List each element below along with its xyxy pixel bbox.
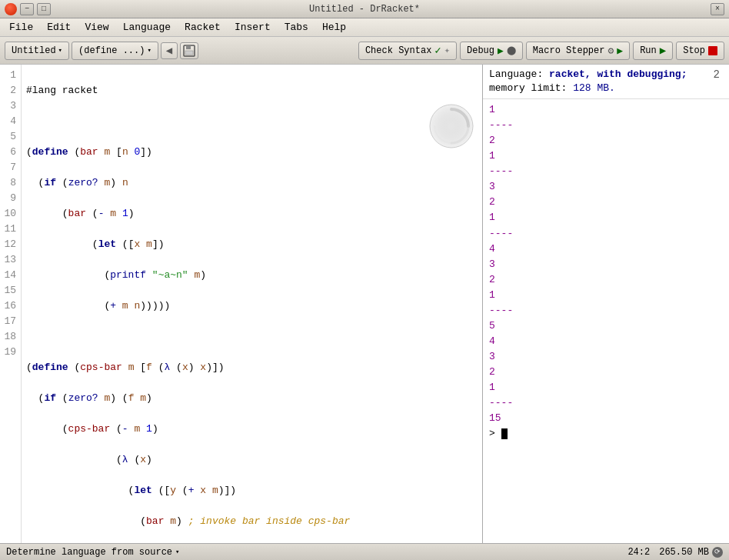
line-number: 11	[3, 222, 16, 237]
check-icon: ✓	[434, 44, 441, 57]
code-line-8: (+ m n)))))	[26, 298, 478, 314]
code-line-9	[26, 329, 478, 345]
output-line: 2	[489, 133, 723, 148]
editor-pane: 1 2 3 4 5 6 7 8 9 10 11 12 13 14 15 16 1…	[0, 65, 483, 543]
language-status-label: Determine language from source	[6, 547, 172, 558]
title-bar: − □ Untitled - DrRacket* ×	[0, 0, 729, 18]
output-line: 4	[489, 242, 723, 257]
menu-view[interactable]: View	[78, 20, 115, 35]
back-button[interactable]: ◀	[161, 42, 178, 59]
output-line: 3	[489, 179, 723, 195]
run-label: Run	[640, 45, 657, 56]
save-button[interactable]	[180, 42, 198, 59]
output-line: 4	[489, 334, 723, 349]
stop-label: Stop	[683, 45, 705, 56]
line-number: 2	[3, 83, 16, 98]
menu-help[interactable]: Help	[316, 20, 352, 35]
output-line: 1	[489, 380, 723, 395]
code-line-15: (bar m) ; invoke bar inside cps-bar	[26, 514, 478, 529]
minimize-output-button[interactable]: 2	[711, 68, 723, 83]
define-dropdown[interactable]: (define ...) ▾	[72, 42, 158, 60]
line-number: 16	[3, 298, 16, 314]
output-line: ----	[489, 226, 723, 242]
language-selector[interactable]: Determine language from source ▾	[6, 547, 179, 558]
status-bar-left: Determine language from source ▾	[6, 547, 621, 558]
line-number: 10	[3, 206, 16, 222]
line-number: 15	[3, 283, 16, 298]
define-label: (define ...)	[78, 45, 145, 56]
menu-file[interactable]: File	[3, 20, 39, 35]
menu-racket[interactable]: Racket	[178, 20, 227, 35]
line-number: 14	[3, 268, 16, 283]
stop-button[interactable]: Stop	[676, 42, 724, 60]
debug-play-icon: ▶	[498, 45, 504, 57]
menu-insert[interactable]: Insert	[228, 20, 277, 35]
chevron-down-icon: ▾	[147, 46, 151, 55]
gear-icon: ⚙	[608, 45, 614, 57]
line-number: 9	[3, 191, 16, 206]
main-content: 1 2 3 4 5 6 7 8 9 10 11 12 13 14 15 16 1…	[0, 65, 729, 543]
output-line: 1	[489, 210, 723, 225]
code-editor[interactable]: #lang racket (define (bar m [n 0]) (if (…	[22, 65, 482, 543]
code-line-5: (bar (- m 1)	[26, 206, 478, 222]
output-line: ----	[489, 164, 723, 179]
line-number: 12	[3, 237, 16, 252]
language-label: Language:	[489, 68, 543, 80]
menu-tabs[interactable]: Tabs	[278, 20, 315, 35]
macro-stepper-label: Macro Stepper	[533, 45, 605, 56]
check-syntax-button[interactable]: Check Syntax ✓ ✦	[358, 42, 457, 60]
output-content[interactable]: 1 ---- 2 1 ---- 3 2 1 ---- 4 3 2 1 ---- …	[483, 99, 729, 543]
gc-button[interactable]: ⟳	[712, 547, 723, 558]
untitled-dropdown[interactable]: Untitled ▾	[5, 42, 69, 60]
line-number: 8	[3, 175, 16, 191]
title-bar-controls: ×	[711, 3, 724, 15]
menu-language[interactable]: Language	[117, 20, 177, 35]
code-line-14: (let ([y (+ x m)])	[26, 483, 478, 498]
output-line: 1	[489, 288, 723, 303]
line-number: 1	[3, 68, 16, 83]
output-line: 2	[489, 272, 723, 288]
line-number: 6	[3, 145, 16, 160]
toolbar-right-group: Check Syntax ✓ ✦ Debug ▶ ⬤ Macro Stepper…	[358, 42, 724, 60]
toolbar-file-group: Untitled ▾ (define ...) ▾ ◀	[5, 42, 198, 60]
window-maximize-button[interactable]: □	[37, 3, 51, 15]
debug-label: Debug	[467, 45, 494, 56]
memory-indicator: 265.50 MB ⟳	[659, 547, 723, 558]
macro-play-icon: ▶	[617, 45, 623, 57]
code-line-7: (printf "~a~n" m)	[26, 268, 478, 283]
untitled-label: Untitled	[12, 45, 56, 56]
status-bar: Determine language from source ▾ 24:2 26…	[0, 543, 729, 560]
svg-rect-1	[186, 45, 191, 49]
output-line: ----	[489, 395, 723, 411]
output-line: 3	[489, 349, 723, 365]
language-value: racket, with debugging;	[549, 68, 687, 80]
run-button[interactable]: Run ▶	[633, 42, 673, 60]
memory-label: memory limit:	[489, 82, 567, 94]
toolbar: Untitled ▾ (define ...) ▾ ◀ Check Syntax…	[0, 37, 729, 65]
line-number: 19	[3, 345, 16, 360]
save-icon	[182, 44, 196, 58]
window-minimize-button[interactable]: −	[20, 3, 34, 15]
output-prompt: >	[489, 426, 723, 442]
output-line: ----	[489, 303, 723, 318]
output-header: Language: racket, with debugging; memory…	[483, 65, 729, 99]
line-numbers: 1 2 3 4 5 6 7 8 9 10 11 12 13 14 15 16 1…	[0, 65, 22, 543]
loading-indicator	[428, 103, 474, 149]
macro-stepper-button[interactable]: Macro Stepper ⚙ ▶	[526, 42, 630, 60]
line-number: 18	[3, 329, 16, 345]
memory-usage: 265.50 MB	[659, 547, 709, 558]
cursor-indicator	[501, 428, 508, 439]
output-line: 15	[489, 411, 723, 426]
output-line: 2	[489, 365, 723, 380]
window-title: Untitled - DrRacket*	[309, 4, 420, 15]
code-line-1: #lang racket	[26, 83, 478, 98]
code-line-12: (cps-bar (- m 1)	[26, 422, 478, 437]
menu-edit[interactable]: Edit	[41, 20, 77, 35]
check-syntax-label: Check Syntax	[365, 45, 431, 56]
code-line-2	[26, 114, 478, 129]
line-number: 13	[3, 252, 16, 268]
output-pane: Language: racket, with debugging; memory…	[483, 65, 729, 543]
debug-button[interactable]: Debug ▶ ⬤	[460, 42, 523, 60]
window-close-button[interactable]: ×	[711, 3, 724, 15]
run-play-icon: ▶	[660, 44, 666, 57]
